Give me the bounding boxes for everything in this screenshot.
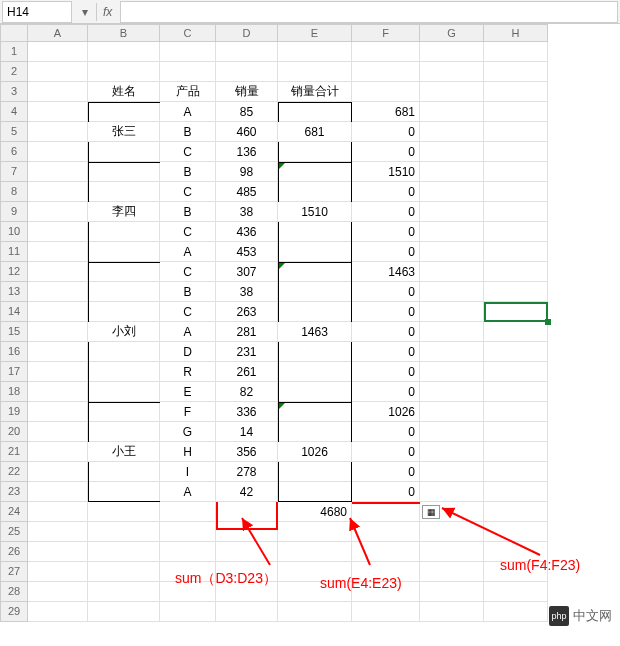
aux-cell[interactable]: 0 [352, 322, 420, 342]
cell-C24[interactable] [160, 502, 216, 522]
cell-A15[interactable] [28, 322, 88, 342]
row-header-4[interactable]: 4 [0, 102, 28, 122]
sales-cell[interactable]: 42 [216, 482, 278, 502]
col-header-H[interactable]: H [484, 24, 548, 42]
cell-H4[interactable] [484, 102, 548, 122]
cell-H9[interactable] [484, 202, 548, 222]
name-box-dropdown-icon[interactable]: ▾ [74, 5, 96, 19]
sales-cell[interactable]: 263 [216, 302, 278, 322]
name-cell[interactable]: 小刘 [88, 322, 160, 342]
cell-G28[interactable] [420, 582, 484, 602]
cell-B2[interactable] [88, 62, 160, 82]
cell-G7[interactable] [420, 162, 484, 182]
cell-A4[interactable] [28, 102, 88, 122]
cell-A20[interactable] [28, 422, 88, 442]
row-header-27[interactable]: 27 [0, 562, 28, 582]
cell-G17[interactable] [420, 362, 484, 382]
row-header-11[interactable]: 11 [0, 242, 28, 262]
cell-G13[interactable] [420, 282, 484, 302]
aux-cell[interactable]: 0 [352, 382, 420, 402]
cell-G15[interactable] [420, 322, 484, 342]
fx-icon[interactable]: fx [97, 5, 118, 19]
aux-cell[interactable]: 0 [352, 482, 420, 502]
cell-A10[interactable] [28, 222, 88, 242]
cell-H18[interactable] [484, 382, 548, 402]
cell-A11[interactable] [28, 242, 88, 262]
name-cell[interactable]: 李四 [88, 202, 160, 222]
sales-cell[interactable]: 485 [216, 182, 278, 202]
cell-C26[interactable] [160, 542, 216, 562]
cell-G21[interactable] [420, 442, 484, 462]
cell-A28[interactable] [28, 582, 88, 602]
aux-cell[interactable]: 0 [352, 302, 420, 322]
cell-B25[interactable] [88, 522, 160, 542]
cell-A5[interactable] [28, 122, 88, 142]
sales-cell[interactable]: 281 [216, 322, 278, 342]
formula-input[interactable] [120, 1, 618, 23]
row-header-13[interactable]: 13 [0, 282, 28, 302]
subtotal-cell[interactable]: 681 [278, 122, 352, 142]
cell-A21[interactable] [28, 442, 88, 462]
aux-cell[interactable]: 1026 [352, 402, 420, 422]
col-header-F[interactable]: F [352, 24, 420, 42]
cell-H3[interactable] [484, 82, 548, 102]
row-header-24[interactable]: 24 [0, 502, 28, 522]
col-header-A[interactable]: A [28, 24, 88, 42]
product-cell[interactable]: C [160, 182, 216, 202]
name-cell[interactable]: 张三 [88, 122, 160, 142]
cell-B29[interactable] [88, 602, 160, 622]
product-cell[interactable]: G [160, 422, 216, 442]
row-header-10[interactable]: 10 [0, 222, 28, 242]
sales-cell[interactable]: 38 [216, 202, 278, 222]
product-cell[interactable]: A [160, 102, 216, 122]
row-header-8[interactable]: 8 [0, 182, 28, 202]
sales-cell[interactable]: 307 [216, 262, 278, 282]
cell-G5[interactable] [420, 122, 484, 142]
sales-cell[interactable]: 336 [216, 402, 278, 422]
cell-A13[interactable] [28, 282, 88, 302]
header-name[interactable]: 姓名 [88, 82, 160, 102]
row-header-29[interactable]: 29 [0, 602, 28, 622]
cell-D2[interactable] [216, 62, 278, 82]
aux-cell[interactable]: 0 [352, 442, 420, 462]
sales-cell[interactable]: 261 [216, 362, 278, 382]
cell-H21[interactable] [484, 442, 548, 462]
cell-A3[interactable] [28, 82, 88, 102]
cell-A24[interactable] [28, 502, 88, 522]
cell-G20[interactable] [420, 422, 484, 442]
cell-G23[interactable] [420, 482, 484, 502]
cell-H10[interactable] [484, 222, 548, 242]
cell-G4[interactable] [420, 102, 484, 122]
cell-H29[interactable] [484, 602, 548, 622]
cell-H2[interactable] [484, 62, 548, 82]
cell-A8[interactable] [28, 182, 88, 202]
aux-cell[interactable]: 681 [352, 102, 420, 122]
sales-cell[interactable]: 136 [216, 142, 278, 162]
row-header-19[interactable]: 19 [0, 402, 28, 422]
aux-cell[interactable]: 0 [352, 142, 420, 162]
aux-cell[interactable]: 0 [352, 342, 420, 362]
cell-B26[interactable] [88, 542, 160, 562]
cell-A29[interactable] [28, 602, 88, 622]
cell-A6[interactable] [28, 142, 88, 162]
cell-H12[interactable] [484, 262, 548, 282]
row-header-23[interactable]: 23 [0, 482, 28, 502]
cell-H8[interactable] [484, 182, 548, 202]
product-cell[interactable]: F [160, 402, 216, 422]
row-header-20[interactable]: 20 [0, 422, 28, 442]
cell-C1[interactable] [160, 42, 216, 62]
name-cell[interactable]: 小王 [88, 442, 160, 462]
row-header-25[interactable]: 25 [0, 522, 28, 542]
aux-cell[interactable]: 0 [352, 242, 420, 262]
sales-cell[interactable]: 436 [216, 222, 278, 242]
row-header-14[interactable]: 14 [0, 302, 28, 322]
product-cell[interactable]: R [160, 362, 216, 382]
cell-A27[interactable] [28, 562, 88, 582]
cell-A23[interactable] [28, 482, 88, 502]
cell-A2[interactable] [28, 62, 88, 82]
cell-H13[interactable] [484, 282, 548, 302]
row-header-3[interactable]: 3 [0, 82, 28, 102]
col-header-E[interactable]: E [278, 24, 352, 42]
cell-A18[interactable] [28, 382, 88, 402]
cell-G29[interactable] [420, 602, 484, 622]
